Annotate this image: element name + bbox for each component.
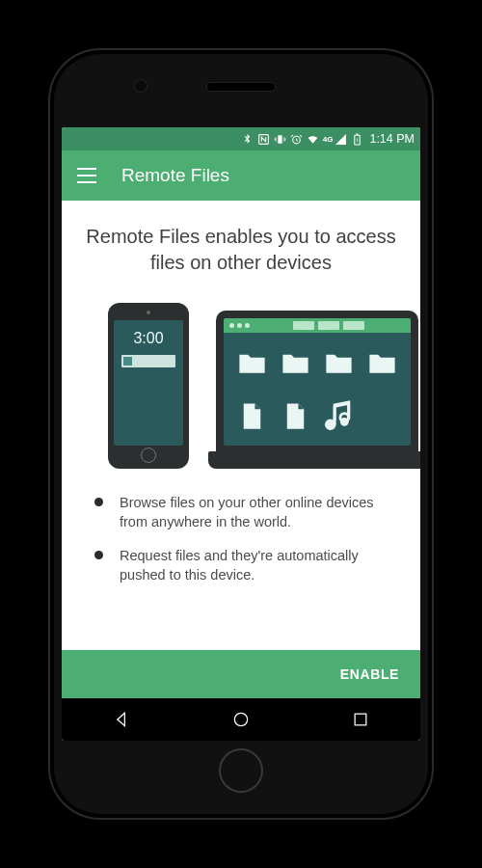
enable-button[interactable]: ENABLE: [340, 666, 399, 682]
file-icon: [279, 394, 312, 438]
illustration-clock: 3:00: [114, 330, 183, 347]
status-bar: 4G 1:14 PM: [62, 127, 420, 150]
illustration-laptop: [216, 311, 420, 469]
svg-rect-1: [278, 135, 281, 144]
svg-point-6: [234, 713, 247, 725]
hero-illustration: 3:00: [62, 295, 420, 469]
recents-icon[interactable]: [351, 710, 370, 729]
illustration-phone: 3:00: [108, 303, 189, 469]
bluetooth-icon: [241, 133, 254, 146]
menu-icon[interactable]: [77, 168, 96, 183]
main-content: Remote Files enables you to access files…: [62, 201, 420, 650]
network-type-label: 4G: [323, 135, 334, 144]
folder-icon: [322, 341, 356, 385]
clock-label: 1:14 PM: [369, 132, 415, 146]
vibrate-icon: [274, 133, 286, 146]
bottom-bar: ENABLE: [62, 650, 420, 698]
folder-icon: [279, 341, 312, 385]
app-bar-title: Remote Files: [121, 165, 229, 186]
alarm-icon: [290, 133, 303, 146]
svg-rect-7: [355, 714, 366, 725]
battery-icon: [351, 133, 363, 146]
music-icon: [322, 394, 356, 438]
nfc-icon: [257, 133, 270, 146]
device-frame: 4G 1:14 PM Remote Files Remote Files ena…: [48, 48, 434, 820]
page-headline: Remote Files enables you to access files…: [83, 224, 399, 276]
app-bar: Remote Files: [62, 150, 420, 201]
list-item: Request files and they're automatically …: [91, 547, 393, 584]
folder-icon: [365, 341, 399, 385]
home-icon[interactable]: [231, 710, 251, 729]
android-nav-bar: [62, 698, 420, 741]
list-item: Browse files on your other online device…: [91, 494, 393, 531]
file-icon: [235, 394, 269, 438]
signal-icon: [335, 133, 347, 146]
feature-list: Browse files on your other online device…: [83, 494, 399, 600]
back-icon[interactable]: [112, 710, 131, 729]
wifi-icon: [307, 133, 319, 146]
folder-icon: [235, 341, 269, 385]
